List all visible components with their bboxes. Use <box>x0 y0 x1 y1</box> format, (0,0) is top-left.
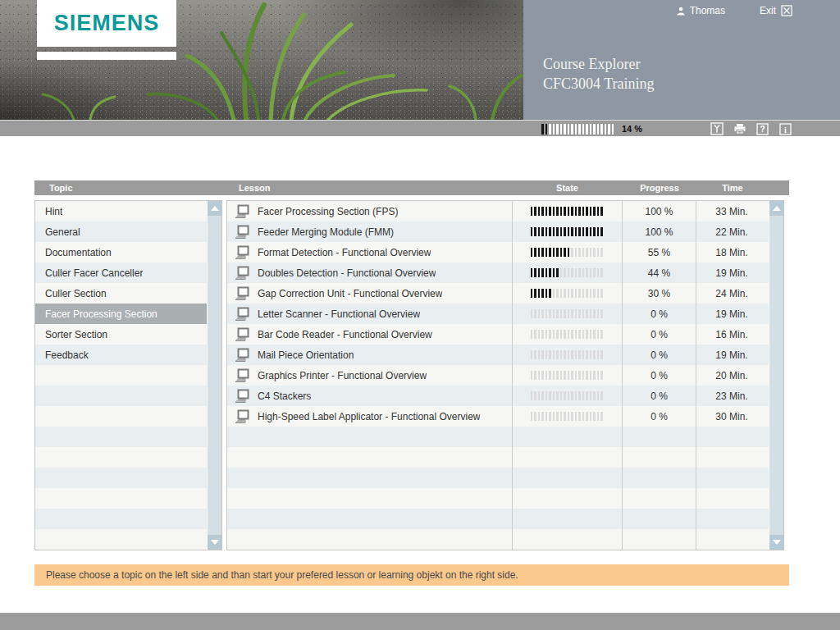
lesson-label: Format Detection - Functional Overview <box>258 247 431 258</box>
hint-bar: Please choose a topic on the left side a… <box>34 564 789 586</box>
lesson-row[interactable]: High-Speed Label Applicator - Functional… <box>227 406 769 427</box>
state-bars <box>531 309 605 318</box>
lesson-state-cell <box>512 345 622 365</box>
help-icon[interactable]: ? <box>756 122 769 136</box>
toolbar: 14 % ? <box>0 120 840 136</box>
info-icon[interactable]: i <box>778 122 792 136</box>
lesson-state-cell <box>512 304 622 324</box>
lesson-row[interactable]: Letter Scanner - Functional Overview0 %1… <box>227 304 769 324</box>
lesson-filler-row <box>227 447 769 468</box>
state-bars <box>531 248 605 257</box>
topic-filler-row <box>35 509 207 529</box>
lesson-time-cell <box>696 529 767 550</box>
lesson-state-cell <box>512 283 622 304</box>
lesson-name-cell: Facer Processing Section (FPS) <box>227 201 512 221</box>
course-explorer-window: Thomas Exit Course Explorer CFC3004 Trai… <box>0 0 840 630</box>
user-name: Thomas <box>690 5 725 16</box>
course-progress-percent: 14 % <box>622 124 642 134</box>
computer-icon <box>234 307 250 322</box>
svg-text:?: ? <box>760 125 765 134</box>
header-user-row: Thomas Exit <box>677 5 792 16</box>
lesson-label: Graphics Printer - Functional Overview <box>258 370 427 381</box>
lesson-name-cell: Letter Scanner - Functional Overview <box>227 304 512 324</box>
topic-row[interactable]: Facer Processing Section <box>35 304 207 324</box>
lesson-time-cell: 19 Min. <box>696 345 767 365</box>
lesson-progress-cell <box>622 447 696 468</box>
exit-button[interactable]: Exit <box>760 5 792 16</box>
table-header: Topic Lesson State Progress Time <box>34 180 789 195</box>
scroll-down-button[interactable] <box>769 535 784 550</box>
lesson-filler-row <box>227 529 769 550</box>
lesson-scrollbar[interactable] <box>769 201 783 550</box>
lesson-progress-cell: 0 % <box>622 386 696 406</box>
topic-filler-row <box>35 427 207 447</box>
triangle-down-icon <box>211 540 219 545</box>
lesson-progress-cell <box>622 529 696 550</box>
user-menu[interactable]: Thomas <box>677 5 725 16</box>
lesson-name-cell: Feeder Merging Module (FMM) <box>227 221 512 242</box>
lesson-label: Doubles Detection - Functional Overview <box>258 267 436 279</box>
app-title-line1: Course Explorer <box>543 54 655 74</box>
lesson-progress-cell <box>622 509 696 529</box>
topic-row[interactable]: Hint <box>35 201 207 221</box>
topic-label: General <box>35 226 80 238</box>
lesson-name-cell: Bar Code Reader - Functional Overview <box>227 324 512 345</box>
lesson-state-cell <box>512 221 622 242</box>
topic-label: Documentation <box>35 247 112 258</box>
lesson-row[interactable]: Doubles Detection - Functional Overview4… <box>227 262 769 283</box>
computer-icon <box>234 348 250 363</box>
lesson-row[interactable]: C4 Stackers0 %23 Min. <box>227 386 769 406</box>
lesson-state-cell <box>512 324 622 345</box>
topic-row[interactable]: Feedback <box>35 345 207 365</box>
toolbar-icons: ? i <box>710 121 792 137</box>
topic-filler-row <box>35 365 207 386</box>
siemens-logo: SIEMENS <box>37 0 176 47</box>
lesson-time-cell <box>696 488 767 509</box>
lesson-row[interactable]: Feeder Merging Module (FMM)100 %22 Min. <box>227 221 769 242</box>
scroll-up-button[interactable] <box>769 201 784 216</box>
lesson-time-cell: 30 Min. <box>696 406 767 427</box>
header-right-panel: Thomas Exit Course Explorer CFC3004 Trai… <box>523 0 840 120</box>
lesson-time-cell <box>696 509 767 529</box>
lesson-progress-cell: 0 % <box>622 324 696 345</box>
lesson-label: C4 Stackers <box>258 390 311 402</box>
scroll-down-button[interactable] <box>208 535 222 550</box>
computer-icon <box>234 286 250 301</box>
topic-row[interactable]: Sorter Section <box>35 324 207 345</box>
topic-row[interactable]: Documentation <box>35 242 207 262</box>
lesson-name-cell <box>227 427 512 447</box>
tools-icon[interactable] <box>710 122 724 136</box>
lesson-state-cell <box>512 242 622 262</box>
lesson-progress-cell: 30 % <box>622 283 696 304</box>
computer-icon <box>234 409 250 424</box>
lesson-state-cell <box>512 529 622 550</box>
lesson-state-cell <box>512 468 622 488</box>
topic-row[interactable]: Culler Facer Canceller <box>35 262 207 283</box>
topic-list: HintGeneralDocumentationCuller Facer Can… <box>35 201 207 550</box>
lesson-row[interactable]: Bar Code Reader - Functional Overview0 %… <box>227 324 769 345</box>
lesson-row[interactable]: Mail Piece Orientation0 %19 Min. <box>227 345 769 365</box>
lesson-progress-cell: 0 % <box>622 406 696 427</box>
lesson-filler-row <box>227 488 769 509</box>
topic-row[interactable]: Culler Section <box>35 283 207 304</box>
lesson-row[interactable]: Gap Correction Unit - Functional Overvie… <box>227 283 769 304</box>
lesson-name-cell <box>227 488 512 509</box>
lesson-time-cell: 33 Min. <box>696 201 767 221</box>
lesson-row[interactable]: Format Detection - Functional Overview55… <box>227 242 769 262</box>
topic-panel: HintGeneralDocumentationCuller Facer Can… <box>34 200 222 550</box>
state-bars <box>531 350 605 359</box>
lesson-row[interactable]: Facer Processing Section (FPS)100 %33 Mi… <box>227 201 769 221</box>
scroll-up-button[interactable] <box>208 201 222 216</box>
lesson-name-cell <box>227 509 512 529</box>
topic-scrollbar[interactable] <box>207 201 221 550</box>
lesson-state-cell <box>512 386 622 406</box>
print-icon[interactable] <box>733 122 746 136</box>
lesson-filler-row <box>227 509 769 529</box>
lesson-row[interactable]: Graphics Printer - Functional Overview0 … <box>227 365 769 386</box>
lesson-label: Gap Correction Unit - Functional Overvie… <box>258 288 442 299</box>
column-header-time: Time <box>696 180 769 195</box>
lesson-name-cell <box>227 468 512 488</box>
state-bars <box>531 330 605 339</box>
topic-row[interactable]: General <box>35 221 207 242</box>
lesson-state-cell <box>512 447 622 468</box>
